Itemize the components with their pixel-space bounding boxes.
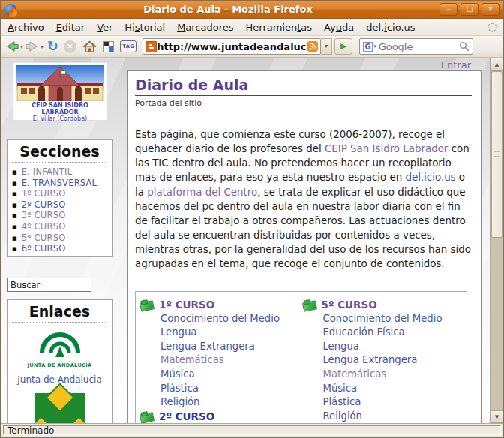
back-dropdown[interactable]: ▾	[20, 44, 23, 50]
enlaces-panel: Enlaces JUNTA DE ANDALUCIA Junta de Anda…	[7, 299, 112, 423]
school-logo: CEIP SAN ISIDRO LABRADOR El Villar (Cord…	[14, 63, 106, 120]
google-engine-icon[interactable]: G	[363, 42, 373, 52]
sidebar-item-3-curso[interactable]: ■3º CURSO	[12, 210, 112, 221]
page-subtitle: Portada del sitio	[135, 98, 472, 108]
school-caption-line2: El Villar (Cordoba)	[14, 116, 106, 122]
sidebar-item-2-curso[interactable]: ■2º CURSO	[12, 200, 112, 211]
search-input[interactable]	[379, 41, 459, 52]
courses-column-left: 1º CURSO Conocimiento del Medio Lengua L…	[140, 298, 303, 423]
url-dropdown[interactable]: ▾	[321, 38, 332, 55]
course-2-heading[interactable]: 2º CURSO	[140, 410, 303, 423]
scroll-up-button[interactable]: ▲	[490, 58, 502, 70]
url-input[interactable]	[157, 41, 308, 52]
scroll-thumb[interactable]	[491, 71, 502, 238]
tag-button[interactable]: TAG	[120, 40, 136, 52]
junta-de-andalucia-logo[interactable]	[36, 327, 84, 362]
bullet-icon: ■	[12, 191, 17, 197]
courses-box: 1º CURSO Conocimiento del Medio Lengua L…	[135, 291, 467, 423]
title-bar[interactable]: Diario de Aula - Mozilla Firefox – □ ✕	[1, 1, 503, 19]
secciones-divider	[12, 162, 107, 163]
page-title: Diario de Aula	[135, 76, 472, 96]
home-button[interactable]	[80, 38, 100, 56]
status-bar: Terminado	[2, 423, 502, 436]
menu-historial[interactable]: Historial	[118, 20, 171, 34]
course-link[interactable]: Matemáticas	[303, 368, 466, 382]
entrar-link[interactable]: Entrar	[441, 59, 471, 70]
plataforma-link[interactable]: plataforma del Centro	[147, 187, 257, 198]
course-link[interactable]: Conocimiento del Medio	[140, 312, 303, 326]
menu-ver[interactable]: Ver	[91, 20, 118, 34]
firefox-icon	[4, 4, 16, 16]
course-link[interactable]: Matemáticas	[140, 353, 303, 368]
rss-icon[interactable]	[308, 41, 318, 52]
sidebar-item-1-curso[interactable]: ■1º CURSO	[12, 188, 112, 200]
menu-herramientas[interactable]: Herramientas	[240, 20, 319, 34]
course-link[interactable]: Música	[140, 368, 303, 382]
course-link[interactable]: Religión	[303, 410, 466, 423]
menu-delicious[interactable]: del.icio.us	[360, 20, 421, 34]
buscar-input[interactable]	[7, 278, 92, 292]
sidebar-item-5-curso[interactable]: ■5º CURSO	[12, 232, 112, 244]
course-link[interactable]: Religión	[140, 395, 303, 410]
forward-arrow-icon	[25, 40, 40, 53]
averroes-logo[interactable]	[35, 393, 85, 423]
bullet-icon: ■	[12, 224, 17, 230]
bullet-icon: ■	[12, 170, 17, 176]
menu-archivo[interactable]: Archivo	[2, 20, 50, 34]
firefox-window: Diario de Aula - Mozilla Firefox – □ ✕ A…	[0, 0, 504, 438]
reload-button[interactable]: ↻	[47, 38, 58, 56]
sidebar-item-e-infantil[interactable]: ■E. INFANTIL	[12, 166, 112, 178]
course-link[interactable]: Música	[303, 382, 466, 396]
minimize-button[interactable]: –	[440, 3, 458, 16]
course-link[interactable]: Conocimiento del Medio	[303, 312, 466, 326]
stop-button[interactable]: ✕	[64, 40, 76, 53]
secciones-title: Secciones	[8, 140, 112, 160]
forward-dropdown[interactable]: ▾	[40, 44, 44, 50]
folder-icon	[140, 411, 154, 422]
window-title: Diario de Aula - Mozilla Firefox	[16, 4, 440, 15]
search-engine-dropdown[interactable]: ▾	[374, 44, 376, 50]
course-5-heading[interactable]: 5º CURSO	[303, 298, 466, 312]
course-link[interactable]: Lengua Extrangera	[303, 353, 466, 368]
course-link[interactable]: Lengua Extrangera	[140, 340, 303, 354]
junta-de-andalucia-link[interactable]: Junta de Andalucia	[17, 374, 101, 385]
navigation-toolbar: ▾ ▾ ↻ ✕ TAG ▾ ▶ G ▾	[2, 36, 502, 58]
courses-column-right: 5º CURSO Conocimiento del Medio Educació…	[303, 298, 466, 423]
back-arrow-icon	[4, 40, 20, 53]
search-bar[interactable]: G ▾	[359, 38, 473, 55]
delicious-icon[interactable]	[103, 41, 114, 52]
junta-logo-caption: JUNTA DE ANDALUCIA	[8, 362, 112, 368]
back-button[interactable]	[4, 38, 20, 56]
bullet-icon: ■	[12, 181, 17, 187]
url-bar[interactable]	[142, 38, 321, 55]
sidebar-item-4-curso[interactable]: ■4º CURSO	[12, 221, 112, 232]
forward-button[interactable]	[25, 38, 40, 56]
status-text: Terminado	[3, 425, 501, 435]
course-link[interactable]: Lengua	[140, 326, 303, 340]
menu-ayuda[interactable]: Ayuda	[318, 20, 360, 34]
sidebar-item-e-transversal[interactable]: ■E. TRANSVERSAL	[12, 178, 112, 189]
maximize-button[interactable]: □	[460, 3, 478, 16]
close-button[interactable]: ✕	[482, 3, 500, 16]
course-link[interactable]: Plástica	[303, 395, 466, 410]
vertical-scrollbar[interactable]: ▲ ▼	[490, 58, 502, 423]
course-link[interactable]: Lengua	[303, 340, 466, 354]
menu-marcadores[interactable]: Marcadores	[171, 20, 239, 34]
throbber-icon	[488, 22, 497, 32]
delicious-link[interactable]: del.icio.us	[405, 172, 455, 183]
ceip-link[interactable]: CEIP San Isidro Labrador	[325, 143, 448, 154]
folder-icon	[303, 299, 316, 310]
bullet-icon: ■	[12, 236, 17, 242]
folder-icon	[140, 299, 154, 310]
menu-editar[interactable]: Editar	[50, 20, 92, 34]
course-link[interactable]: Educación Física	[303, 326, 466, 340]
sidebar-item-6-curso[interactable]: ■6º CURSO	[12, 243, 112, 254]
course-link[interactable]: Plástica	[140, 382, 303, 396]
enlaces-title: Enlaces	[8, 300, 112, 320]
course-1-heading[interactable]: 1º CURSO	[140, 298, 303, 312]
secciones-panel: Secciones ■E. INFANTIL ■E. TRANSVERSAL ■…	[7, 140, 112, 256]
scroll-down-button[interactable]: ▼	[490, 410, 502, 423]
go-button[interactable]: ▶	[334, 38, 352, 55]
magnifier-icon[interactable]	[459, 41, 470, 52]
site-favicon	[146, 41, 157, 52]
